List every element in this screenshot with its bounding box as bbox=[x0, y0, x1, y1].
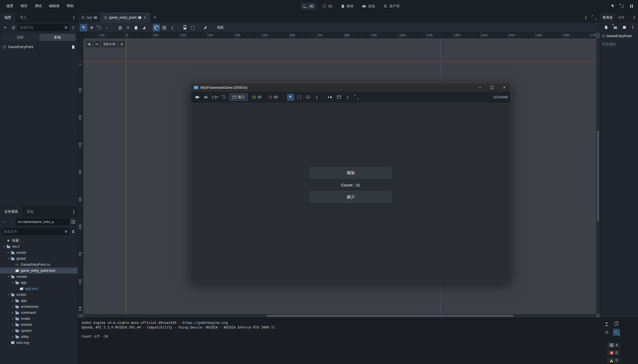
pan-tool[interactable] bbox=[132, 24, 140, 31]
mute-audio-icon[interactable] bbox=[327, 94, 334, 101]
menu-project[interactable]: 项目 bbox=[17, 2, 31, 10]
copy-output-icon[interactable] bbox=[613, 320, 620, 327]
scene-tab-game-entry-point[interactable]: game_entry_point bbox=[101, 12, 151, 23]
gui-select-mode-icon[interactable] bbox=[296, 94, 303, 101]
nav-back-icon[interactable] bbox=[2, 218, 8, 225]
save-resource-icon[interactable] bbox=[621, 24, 628, 31]
horizontal-scrollbar[interactable] bbox=[83, 314, 596, 318]
sort-files-icon[interactable] bbox=[70, 228, 76, 235]
workspace-game[interactable]: 游戏 bbox=[359, 2, 378, 10]
load-resource-icon[interactable] bbox=[612, 24, 619, 31]
workspace-assetlib[interactable]: 资产库 bbox=[380, 2, 403, 10]
group-toggle[interactable] bbox=[189, 24, 196, 31]
scene-tree-node[interactable]: GameEntryPoint bbox=[0, 43, 78, 51]
minimize-window-icon[interactable] bbox=[474, 83, 486, 92]
ruler-tool[interactable] bbox=[140, 24, 147, 31]
workspace-script[interactable]: 脚本 bbox=[338, 2, 356, 10]
file-tree-item[interactable]: res:// bbox=[0, 244, 78, 250]
decrease-button[interactable]: 减少 bbox=[309, 191, 392, 203]
vertical-scrollbar[interactable] bbox=[596, 38, 600, 314]
tab-history[interactable]: 历史 bbox=[22, 206, 38, 217]
file-tree-item[interactable]: model bbox=[0, 316, 78, 322]
path-input[interactable]: res://global/game_entry_p bbox=[16, 218, 69, 225]
file-tree-item[interactable]: app.tscn bbox=[0, 286, 78, 292]
select-mode-icon[interactable] bbox=[287, 94, 294, 101]
instance-scene-button[interactable] bbox=[8, 23, 19, 33]
scene-tabs-menu-icon[interactable] bbox=[582, 14, 589, 21]
menu-editor[interactable]: 编辑器 bbox=[45, 2, 63, 10]
camera-override-icon[interactable] bbox=[305, 94, 312, 101]
camera-2d-button[interactable]: 2D bbox=[250, 93, 264, 101]
file-tree-item[interactable]: assets bbox=[0, 250, 78, 256]
file-tree-item[interactable]: architecture bbox=[0, 304, 78, 310]
close-tab-icon[interactable] bbox=[143, 15, 147, 20]
file-tree-item[interactable]: system bbox=[0, 328, 78, 334]
workspace-3d[interactable]: 3D bbox=[319, 3, 335, 10]
file-tree-item[interactable]: module bbox=[0, 322, 78, 328]
mode-menu-icon[interactable] bbox=[313, 94, 320, 101]
embed-interact-icon[interactable] bbox=[609, 2, 617, 10]
remote-button[interactable]: 远程 bbox=[2, 34, 39, 41]
lock-toggle[interactable] bbox=[181, 24, 188, 31]
file-tree-item[interactable]: command bbox=[0, 310, 78, 316]
inspector-dock-menu-icon[interactable] bbox=[631, 14, 637, 21]
scene-tree-menu-icon[interactable] bbox=[70, 24, 76, 31]
zoom-level[interactable]: 100.0 % bbox=[101, 41, 118, 48]
zoom-out-icon[interactable] bbox=[93, 41, 100, 48]
local-button[interactable]: 本地 bbox=[39, 34, 76, 41]
center-view-icon[interactable] bbox=[86, 41, 93, 48]
scene-dock-menu-icon[interactable] bbox=[71, 14, 76, 21]
fullscreen-icon[interactable] bbox=[353, 94, 360, 101]
file-tree-item[interactable]: scenes bbox=[0, 274, 78, 280]
new-scene-tab-button[interactable] bbox=[151, 14, 159, 21]
errors-badge[interactable]: 0 bbox=[607, 350, 620, 356]
list-select-tool[interactable] bbox=[116, 24, 124, 31]
restart-icon[interactable] bbox=[221, 94, 228, 101]
tab-inspector[interactable]: 检查器 bbox=[600, 12, 615, 23]
file-tree-item[interactable]: GameEntryPoint.cs bbox=[0, 262, 78, 268]
new-resource-icon[interactable] bbox=[602, 24, 610, 31]
scene-tab-app[interactable]: app bbox=[78, 12, 101, 23]
filter-files-input[interactable]: 筛选文件 bbox=[2, 228, 69, 235]
tab-import[interactable]: 导入 bbox=[16, 12, 31, 23]
tab-filesystem[interactable]: 文件系统 bbox=[0, 206, 22, 217]
rotate-tool[interactable] bbox=[96, 24, 103, 31]
collapse-output-icon[interactable] bbox=[603, 329, 610, 336]
restart-game-icon[interactable] bbox=[618, 2, 626, 10]
menu-debug[interactable]: 调试 bbox=[31, 2, 45, 10]
file-tree-item[interactable]: utility bbox=[0, 334, 78, 340]
snap-options-menu[interactable] bbox=[169, 24, 176, 31]
add-node-button[interactable] bbox=[2, 24, 9, 31]
more-options-icon[interactable] bbox=[344, 94, 351, 101]
menu-help[interactable]: 帮助 bbox=[63, 2, 77, 10]
console-output[interactable]: Godot Engine v4.6.stable.mono.official.8… bbox=[78, 318, 597, 364]
menu-scene[interactable]: 场景 bbox=[3, 2, 17, 10]
distraction-free-icon[interactable] bbox=[590, 14, 598, 21]
zoom-in-icon[interactable] bbox=[119, 41, 125, 48]
save-output-icon[interactable] bbox=[603, 320, 610, 327]
file-tree-item[interactable]: icon.svg bbox=[0, 340, 78, 346]
embed-options-icon[interactable] bbox=[335, 94, 342, 101]
tab-scene[interactable]: 场景 bbox=[0, 12, 16, 23]
file-tree-item[interactable]: game_entry_point.tscn bbox=[0, 268, 78, 274]
select-tool[interactable] bbox=[80, 24, 87, 31]
filter-nodes-input[interactable]: 筛选节点 bbox=[18, 24, 69, 31]
grid-snap-toggle[interactable] bbox=[161, 24, 168, 31]
nav-forward-icon[interactable] bbox=[9, 218, 15, 225]
file-tree-item[interactable]: global bbox=[0, 256, 78, 262]
next-frame-icon[interactable] bbox=[202, 94, 209, 101]
workspace-2d[interactable]: 2D bbox=[300, 3, 317, 10]
view-menu-button[interactable]: 视图 bbox=[214, 25, 226, 30]
close-window-icon[interactable] bbox=[498, 83, 510, 92]
file-tree-item[interactable]: app bbox=[0, 298, 78, 304]
controller-icon[interactable] bbox=[194, 94, 201, 101]
smart-snap-toggle[interactable] bbox=[153, 24, 160, 31]
pause-game-icon[interactable] bbox=[628, 2, 635, 10]
maximize-window-icon[interactable] bbox=[486, 83, 498, 92]
search-output-icon[interactable] bbox=[613, 329, 620, 336]
split-view-icon[interactable] bbox=[70, 218, 76, 225]
favorites-item[interactable]: 收藏： bbox=[0, 238, 78, 244]
skeleton-menu[interactable] bbox=[202, 24, 209, 31]
increase-button[interactable]: 增加 bbox=[309, 167, 392, 179]
move-tool[interactable] bbox=[88, 24, 95, 31]
